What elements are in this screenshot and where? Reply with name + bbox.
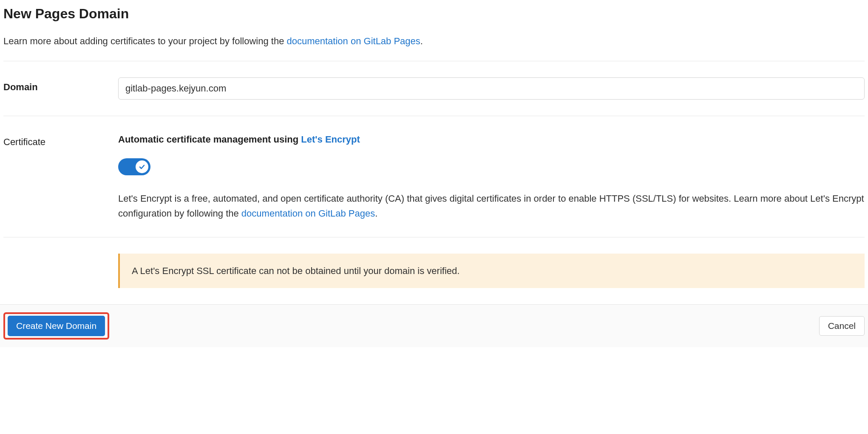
certificate-row: Certificate Automatic certificate manage…	[3, 116, 865, 237]
alert-message: A Let's Encrypt SSL certificate can not …	[132, 266, 460, 276]
intro-text-prefix: Learn more about adding certificates to …	[3, 36, 287, 46]
intro-text-suffix: .	[420, 36, 423, 46]
intro-doc-link[interactable]: documentation on GitLab Pages	[287, 36, 420, 46]
intro-text: Learn more about adding certificates to …	[3, 34, 865, 61]
certificate-description: Let's Encrypt is a free, automated, and …	[118, 191, 865, 221]
certificate-heading: Automatic certificate management using L…	[118, 132, 865, 146]
domain-row: Domain	[3, 61, 865, 116]
create-new-domain-button[interactable]: Create New Domain	[8, 316, 105, 336]
ssl-warning-alert: A Let's Encrypt SSL certificate can not …	[118, 254, 865, 288]
certificate-doc-link[interactable]: documentation on GitLab Pages	[241, 208, 375, 219]
domain-label: Domain	[3, 77, 118, 94]
check-icon	[139, 163, 145, 170]
certificate-description-prefix: Let's Encrypt is a free, automated, and …	[118, 193, 864, 219]
auto-cert-toggle[interactable]	[118, 158, 150, 175]
page-title: New Pages Domain	[3, 3, 865, 24]
lets-encrypt-link[interactable]: Let's Encrypt	[301, 134, 360, 145]
footer: Create New Domain Cancel	[0, 304, 868, 347]
create-button-highlight: Create New Domain	[3, 312, 109, 340]
toggle-knob	[136, 160, 148, 173]
certificate-description-suffix: .	[375, 208, 377, 219]
certificate-label: Certificate	[3, 132, 118, 149]
certificate-heading-prefix: Automatic certificate management using	[118, 134, 301, 145]
cancel-button[interactable]: Cancel	[819, 316, 865, 336]
domain-input[interactable]	[118, 77, 865, 100]
